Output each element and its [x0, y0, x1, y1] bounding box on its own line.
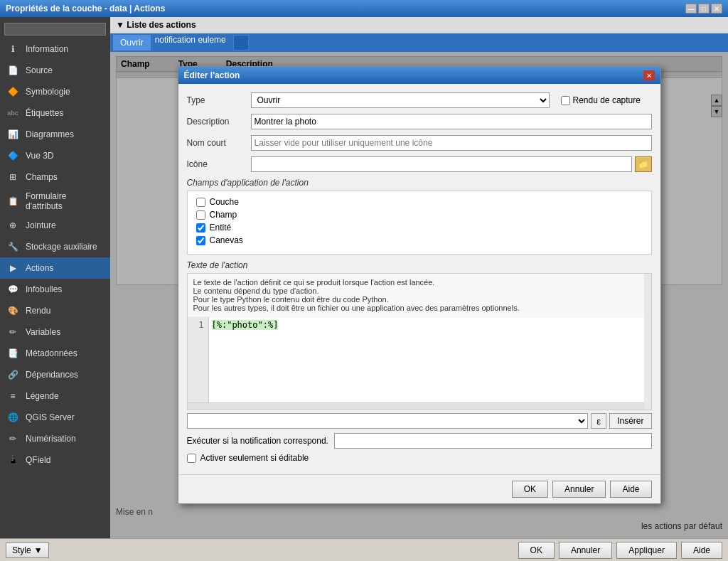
bottom-ok-btn[interactable]: OK — [518, 542, 555, 559]
etiquettes-icon: abc — [6, 106, 20, 120]
style-btn[interactable]: Style ▼ — [6, 543, 49, 558]
sidebar-item-legende[interactable]: ≡ Légende — [0, 385, 110, 407]
entite-checkbox[interactable] — [196, 223, 205, 233]
maximize-btn[interactable]: □ — [698, 4, 710, 14]
jointure-icon: ⊕ — [6, 218, 20, 233]
bottom-appliquer-btn[interactable]: Appliquer — [616, 542, 677, 559]
sidebar-item-actions[interactable]: ▶ Actions — [0, 257, 110, 279]
main-panel: ▼ Liste des actions Ouvrir notification … — [110, 17, 728, 538]
notification-row: Exécuter si la notification correspond. — [187, 433, 652, 449]
insert-btn[interactable]: Insérer — [609, 413, 651, 429]
code-editor[interactable]: 1 [%:"photo":%] — [188, 317, 651, 402]
notification-text: notification euleme — [152, 35, 229, 50]
nom-court-input[interactable] — [251, 135, 652, 151]
sidebar-item-qfield[interactable]: 📱 QField — [0, 449, 110, 471]
aide-btn[interactable]: Aide — [610, 481, 651, 498]
bottom-annuler-btn[interactable]: Annuler — [559, 542, 612, 559]
icone-input[interactable] — [251, 156, 632, 172]
close-btn[interactable]: ✕ — [711, 4, 722, 14]
sidebar-label-metadonnees: Métadonnées — [26, 348, 77, 358]
ok-btn[interactable]: OK — [512, 481, 548, 498]
sidebar-label-variables: Variables — [26, 327, 60, 337]
sidebar-item-source[interactable]: 📄 Source — [0, 60, 110, 81]
sidebar-item-qgisserver[interactable]: 🌐 QGIS Server — [0, 407, 110, 428]
activer-row: Activer seulement si éditable — [187, 453, 652, 463]
dialog-overlay: Éditer l'action ✕ Type Ouvrir — [110, 52, 728, 538]
minimize-btn[interactable]: — — [685, 4, 697, 14]
sidebar-item-metadonnees[interactable]: 📑 Métadonnées — [0, 343, 110, 364]
type-label: Type — [187, 95, 251, 105]
notification-input[interactable] — [334, 433, 652, 449]
sidebar-label-vue3d: Vue 3D — [26, 151, 54, 161]
code-desc-line1: Le texte de l'action définit ce qui se p… — [193, 278, 435, 287]
champs-icon: ⊞ — [6, 170, 20, 184]
icone-folder-btn[interactable]: 📁 — [635, 156, 652, 172]
stockage-icon: 🔧 — [6, 240, 20, 254]
qfield-icon: 📱 — [6, 453, 20, 467]
sidebar: ℹ Information 📄 Source 🔶 Symbologie abc … — [0, 17, 110, 538]
couche-checkbox[interactable] — [196, 198, 205, 207]
search-input[interactable] — [4, 23, 106, 36]
sidebar-label-rendu: Rendu — [26, 306, 50, 316]
activer-checkbox[interactable] — [187, 454, 196, 463]
code-scrollbar-h[interactable] — [188, 402, 651, 410]
sidebar-item-stockage[interactable]: 🔧 Stockage auxiliaire — [0, 236, 110, 257]
sidebar-label-qfield: QField — [26, 455, 50, 465]
insert-select[interactable] — [187, 413, 589, 429]
sidebar-item-diagrammes[interactable]: 📊 Diagrammes — [0, 124, 110, 145]
sidebar-item-variables[interactable]: ✏ Variables — [0, 321, 110, 343]
sidebar-item-dependances[interactable]: 🔗 Dépendances — [0, 364, 110, 385]
nom-court-label: Nom court — [187, 138, 251, 148]
sidebar-item-symbologie[interactable]: 🔶 Symbologie — [0, 81, 110, 102]
code-highlight: [%:"photo":%] — [212, 320, 279, 330]
champ-checkbox[interactable] — [196, 210, 205, 220]
sidebar-label-symbologie: Symbologie — [26, 87, 70, 97]
sidebar-label-champs: Champs — [26, 172, 58, 182]
dialog-title-bar: Éditer l'action ✕ — [178, 67, 660, 84]
sidebar-label-infobulles: Infobulles — [26, 284, 62, 294]
sidebar-item-rendu[interactable]: 🎨 Rendu — [0, 300, 110, 321]
dialog-close-btn[interactable]: ✕ — [643, 70, 655, 80]
sidebar-label-etiquettes: Étiquettes — [26, 108, 63, 118]
annuler-btn[interactable]: Annuler — [552, 481, 606, 498]
legende-icon: ≡ — [6, 389, 20, 403]
insert-row: ε Insérer — [187, 413, 652, 429]
bottom-bar: Style ▼ OK Annuler Appliquer Aide — [0, 538, 728, 561]
main-content: ℹ Information 📄 Source 🔶 Symbologie abc … — [0, 17, 728, 538]
sidebar-item-formulaire[interactable]: 📋 Formulaired'attributs — [0, 188, 110, 215]
champ-label: Champ — [210, 210, 237, 220]
main-nav: Ouvrir notification euleme — [110, 33, 728, 52]
activer-label: Activer seulement si éditable — [200, 453, 309, 463]
style-arrow: ▼ — [34, 545, 43, 555]
sidebar-item-vue3d[interactable]: 🔷 Vue 3D — [0, 145, 110, 166]
sidebar-item-information[interactable]: ℹ Information — [0, 38, 110, 60]
vue3d-icon: 🔷 — [6, 149, 20, 163]
epsilon-btn[interactable]: ε — [591, 413, 606, 429]
window-controls: — □ ✕ — [685, 4, 722, 14]
sidebar-item-jointure[interactable]: ⊕ Jointure — [0, 215, 110, 236]
sidebar-label-formulaire: Formulaired'attributs — [26, 191, 66, 211]
variables-icon: ✏ — [6, 325, 20, 339]
code-scrollbar-v[interactable] — [644, 274, 651, 410]
sidebar-item-etiquettes[interactable]: abc Étiquettes — [0, 102, 110, 124]
edit-action-dialog: Éditer l'action ✕ Type Ouvrir — [178, 66, 661, 504]
sidebar-item-numerisation[interactable]: ✏ Numérisation — [0, 428, 110, 449]
ouvrir-btn[interactable]: Ouvrir — [113, 35, 151, 50]
canevas-checkbox[interactable] — [196, 236, 205, 245]
type-select-wrapper: Ouvrir Rendu de capture — [251, 92, 641, 108]
code-content-area[interactable]: [%:"photo":%] — [209, 317, 651, 402]
icone-label: Icône — [187, 159, 251, 169]
sidebar-label-actions: Actions — [26, 263, 53, 273]
code-area-container: Le texte de l'action définit ce qui se p… — [187, 273, 652, 410]
description-row: Description Montrer la photo — [187, 114, 652, 129]
bottom-aide-btn[interactable]: Aide — [681, 542, 722, 559]
sidebar-item-infobulles[interactable]: 💬 Infobulles — [0, 279, 110, 300]
sidebar-label-information: Information — [26, 44, 68, 54]
capture-checkbox[interactable] — [561, 96, 570, 105]
description-label: Description — [187, 117, 251, 127]
type-select[interactable]: Ouvrir — [251, 92, 550, 108]
actions-icon: ▶ — [6, 261, 20, 275]
infobulles-icon: 💬 — [6, 282, 20, 296]
sidebar-item-champs[interactable]: ⊞ Champs — [0, 166, 110, 188]
description-input[interactable]: Montrer la photo — [251, 114, 652, 129]
